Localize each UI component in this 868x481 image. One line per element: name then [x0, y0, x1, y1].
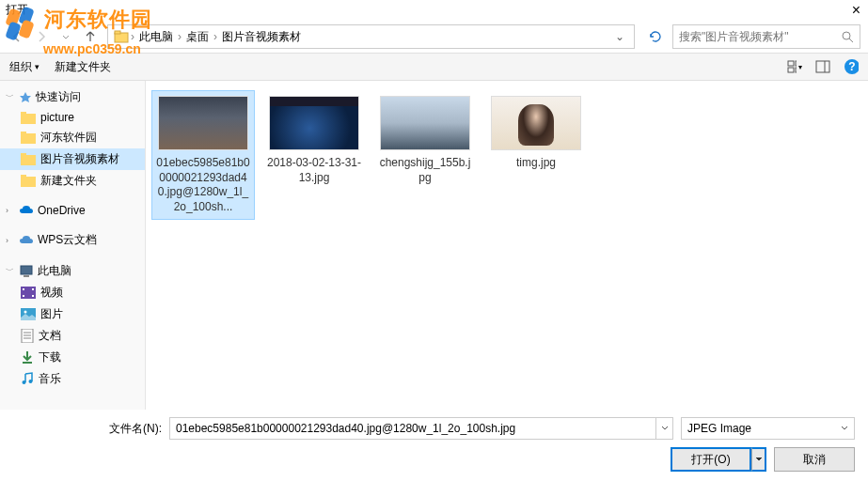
search-icon[interactable]	[841, 30, 854, 43]
file-item[interactable]: 2018-03-02-13-31-13.jpg	[262, 90, 366, 191]
sidebar-quickaccess[interactable]: ﹀ 快速访问	[0, 86, 145, 108]
svg-rect-21	[24, 275, 29, 277]
svg-rect-14	[21, 133, 36, 144]
svg-rect-6	[788, 68, 794, 72]
refresh-icon[interactable]	[642, 29, 669, 44]
organize-button[interactable]: 组织 ▾	[9, 59, 39, 75]
sidebar: ﹀ 快速访问 picture 河东软件园 图片音视频素材 新建文件夹 › One…	[0, 81, 146, 410]
sidebar-item-label: 视频	[40, 285, 63, 301]
svg-rect-24	[23, 295, 24, 297]
filetype-select[interactable]: JPEG Image	[681, 417, 855, 440]
open-dropdown-icon[interactable]	[751, 447, 766, 472]
svg-rect-25	[32, 288, 34, 290]
filename-input[interactable]	[169, 417, 656, 440]
breadcrumb-item[interactable]: 桌面	[183, 29, 212, 45]
folder-icon	[21, 175, 36, 187]
chevron-down-icon: ﹀	[6, 91, 15, 103]
sidebar-thispc[interactable]: ﹀ 此电脑	[0, 260, 145, 282]
sidebar-item[interactable]: 音乐	[0, 368, 145, 390]
star-icon	[19, 91, 32, 104]
sidebar-item[interactable]: 图片音视频素材	[0, 148, 145, 170]
cloud-icon	[19, 235, 34, 246]
sidebar-item-label: 图片	[40, 306, 63, 322]
window-title: 打开	[6, 2, 28, 18]
sidebar-label: OneDrive	[38, 204, 86, 217]
forward-icon[interactable]	[32, 27, 51, 46]
sidebar-item-label: 文档	[39, 328, 61, 344]
svg-rect-17	[21, 153, 26, 156]
organize-label: 组织	[9, 59, 32, 75]
sidebar-item-label: 下载	[39, 349, 61, 365]
file-name: chengshijg_155b.jpg	[377, 156, 473, 185]
thumbnail	[158, 96, 248, 150]
svg-rect-18	[21, 177, 36, 187]
folder-icon	[21, 132, 36, 144]
computer-icon	[19, 265, 34, 278]
close-icon[interactable]: ×	[852, 2, 860, 19]
file-item[interactable]: timg.jpg	[484, 90, 588, 177]
chevron-right-icon: ›	[176, 30, 183, 43]
chevron-right-icon: ›	[212, 30, 219, 43]
svg-point-2	[843, 32, 850, 39]
sidebar-label: 此电脑	[38, 263, 71, 279]
sidebar-item[interactable]: 新建文件夹	[0, 170, 145, 192]
filename-dropdown-icon[interactable]	[656, 417, 673, 440]
chevron-down-icon	[841, 426, 848, 431]
breadcrumb[interactable]: › 此电脑 › 桌面 › 图片音视频素材 ⌄	[107, 24, 635, 49]
svg-rect-13	[21, 112, 26, 115]
filename-label: 文件名(N):	[98, 421, 162, 437]
chevron-right-icon: ›	[6, 206, 15, 215]
pictures-icon	[21, 308, 36, 320]
file-item[interactable]: 01ebec5985e81b00000021293dad40.jpg@1280w…	[151, 90, 255, 220]
svg-rect-4	[788, 61, 794, 66]
thumbnail	[269, 96, 359, 150]
cloud-icon	[19, 205, 34, 216]
breadcrumb-item[interactable]: 此电脑	[136, 29, 176, 45]
sidebar-item[interactable]: 下载	[0, 347, 145, 368]
svg-rect-22	[21, 287, 36, 299]
svg-rect-19	[21, 175, 26, 178]
preview-pane-icon[interactable]	[815, 59, 830, 74]
open-button[interactable]: 打开(O)	[671, 447, 751, 472]
svg-rect-23	[23, 288, 24, 290]
svg-point-35	[29, 380, 33, 383]
help-icon[interactable]: ?	[844, 59, 859, 74]
sidebar-item[interactable]: 视频	[0, 282, 145, 303]
search-field[interactable]	[679, 30, 841, 43]
sidebar-label: 快速访问	[36, 89, 81, 105]
breadcrumb-item[interactable]: 图片音视频素材	[219, 29, 304, 45]
sidebar-item[interactable]: 文档	[0, 325, 145, 347]
chevron-down-icon: ﹀	[6, 265, 15, 277]
file-name: 2018-03-02-13-31-13.jpg	[266, 156, 362, 185]
music-icon	[21, 372, 34, 386]
file-name: 01ebec5985e81b00000021293dad40.jpg@1280w…	[155, 156, 251, 214]
thumbnail	[380, 96, 470, 150]
chevron-down-icon[interactable]: ⌄	[611, 30, 628, 43]
sidebar-item-label: picture	[40, 111, 74, 124]
sidebar-item[interactable]: 河东软件园	[0, 127, 145, 148]
cancel-button[interactable]: 取消	[774, 447, 855, 472]
recent-dropdown-icon[interactable]	[56, 27, 75, 46]
sidebar-item[interactable]: picture	[0, 108, 145, 127]
file-item[interactable]: chengshijg_155b.jpg	[373, 90, 477, 191]
svg-rect-5	[796, 61, 797, 66]
sidebar-wps[interactable]: › WPS云文档	[0, 229, 145, 251]
new-folder-button[interactable]: 新建文件夹	[55, 59, 111, 75]
sidebar-onedrive[interactable]: › OneDrive	[0, 201, 145, 220]
sidebar-item-label: 图片音视频素材	[40, 151, 119, 167]
svg-rect-26	[32, 295, 34, 297]
video-icon	[21, 287, 36, 299]
back-icon[interactable]	[8, 27, 26, 46]
search-input[interactable]	[672, 24, 860, 49]
svg-rect-1	[115, 31, 120, 34]
filetype-label: JPEG Image	[687, 422, 751, 435]
svg-text:?: ?	[848, 60, 855, 73]
thumbnail	[491, 96, 581, 150]
file-name: timg.jpg	[488, 156, 584, 171]
view-mode-icon[interactable]: ▾	[787, 59, 802, 74]
file-grid: 01ebec5985e81b00000021293dad40.jpg@1280w…	[146, 81, 868, 410]
folder-icon	[114, 30, 129, 43]
sidebar-item[interactable]: 图片	[0, 303, 145, 325]
up-icon[interactable]	[81, 27, 100, 46]
sidebar-item-label: 新建文件夹	[40, 173, 97, 189]
